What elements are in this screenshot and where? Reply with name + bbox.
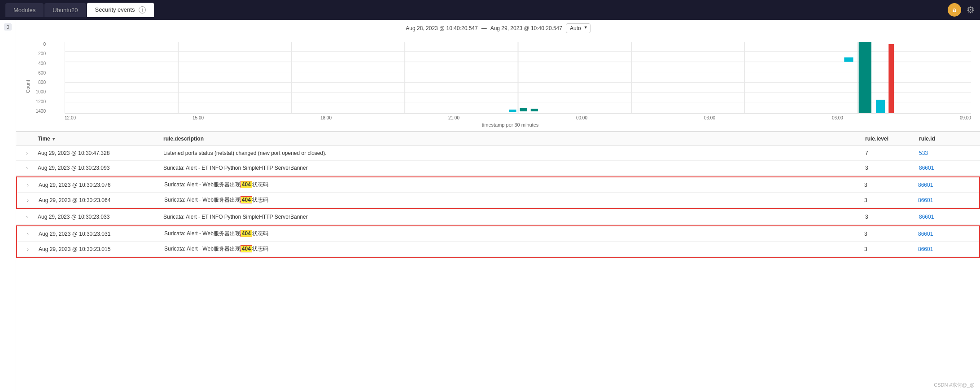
cell-time: Aug 29, 2023 @ 10:30:23.033 — [38, 214, 163, 220]
highlighted-group-1: › Aug 29, 2023 @ 10:30:23.076 Suricata: … — [16, 176, 980, 209]
cell-description: Suricata: Alert - ET INFO Python SimpleH… — [163, 214, 865, 220]
highlight-404: 404 — [241, 181, 252, 188]
settings-icon[interactable]: ⚙ — [967, 4, 975, 15]
cell-description: Suricata: Alert - ET INFO Python SimpleH… — [163, 165, 865, 171]
main-content: 0 Aug 28, 2023 @ 10:40:20.547 — Aug 29, … — [0, 20, 980, 392]
avatar[interactable]: a — [948, 3, 961, 17]
cell-rule-id[interactable]: 533 — [919, 150, 973, 156]
expand-button[interactable]: › — [23, 164, 31, 172]
x-axis-title: timestamp per 30 minutes — [32, 120, 971, 131]
th-id: rule.id — [919, 136, 973, 142]
y-axis-ticks: 1400 1200 1000 800 600 400 200 0 — [32, 42, 46, 114]
table-header: Time ▼ rule.description rule.level rule.… — [16, 131, 980, 146]
cell-time: Aug 29, 2023 @ 10:30:23.093 — [38, 165, 163, 171]
x-axis-labels: 12:00 15:00 18:00 21:00 00:00 03:00 06:0… — [65, 114, 971, 120]
expand-button[interactable]: › — [24, 197, 31, 204]
cell-level: 3 — [864, 197, 918, 203]
cell-description: Suricata: Alert - Web服务器出现404状态码 — [164, 245, 864, 253]
table-row: › Aug 29, 2023 @ 10:30:23.076 Suricata: … — [17, 177, 979, 193]
table-row: › Aug 29, 2023 @ 10:30:23.015 Suricata: … — [17, 242, 979, 257]
highlight-404: 404 — [241, 230, 252, 237]
watermark: CSDN #东何@_@ — [934, 382, 975, 388]
cell-rule-id[interactable]: 86601 — [918, 182, 972, 188]
cell-level: 3 — [865, 214, 919, 220]
expand-button[interactable]: › — [24, 181, 31, 189]
cell-level: 3 — [864, 231, 918, 237]
date-end: Aug 29, 2023 @ 10:40:20.547 — [490, 25, 562, 31]
chart-area — [65, 42, 971, 114]
svg-rect-19 — [876, 100, 885, 113]
cell-time: Aug 29, 2023 @ 10:30:23.031 — [39, 231, 164, 237]
table-container: Time ▼ rule.description rule.level rule.… — [16, 131, 980, 258]
tab-ubuntu20[interactable]: Ubuntu20 — [44, 3, 86, 17]
cell-rule-id[interactable]: 86601 — [918, 231, 972, 237]
chevron-down-icon: ▼ — [584, 25, 588, 30]
interval-select[interactable]: Auto ▼ — [566, 23, 591, 33]
cell-time: Aug 29, 2023 @ 10:30:47.328 — [38, 150, 163, 156]
expand-button[interactable]: › — [24, 246, 31, 253]
th-level: rule.level — [865, 136, 919, 142]
cell-level: 7 — [865, 150, 919, 156]
date-separator: — — [481, 25, 487, 31]
cell-description: Listened ports status (netstat) changed … — [163, 150, 865, 156]
cell-rule-id[interactable]: 86601 — [919, 214, 973, 220]
cell-description: Suricata: Alert - Web服务器出现404状态码 — [164, 196, 864, 204]
svg-rect-15 — [520, 108, 527, 111]
left-sidebar: 0 — [0, 20, 16, 392]
date-start: Aug 28, 2023 @ 10:40:20.547 — [406, 25, 477, 31]
cell-time: Aug 29, 2023 @ 10:30:23.064 — [39, 197, 164, 203]
top-navigation: Modules Ubuntu20 Security events i a ⚙ — [0, 0, 980, 20]
svg-rect-18 — [859, 42, 871, 113]
tab-modules[interactable]: Modules — [5, 3, 44, 17]
table-row: › Aug 29, 2023 @ 10:30:23.033 Suricata: … — [16, 210, 980, 225]
info-icon: i — [139, 6, 146, 13]
content-area: Aug 28, 2023 @ 10:40:20.547 — Aug 29, 20… — [16, 20, 980, 392]
expand-button[interactable]: › — [23, 213, 31, 220]
highlighted-group-2: › Aug 29, 2023 @ 10:30:23.031 Suricata: … — [16, 225, 980, 258]
cell-rule-id[interactable]: 86601 — [918, 246, 972, 252]
chart-container: Count 1400 1200 1000 800 600 400 200 0 — [16, 37, 980, 131]
chart-wrap: Count 1400 1200 1000 800 600 400 200 0 — [25, 42, 971, 131]
cell-rule-id[interactable]: 86601 — [919, 165, 973, 171]
y-axis-label: Count — [25, 80, 31, 93]
cell-rule-id[interactable]: 86601 — [918, 197, 972, 203]
cell-description: Suricata: Alert - Web服务器出现404状态码 — [164, 230, 864, 238]
table-row: › Aug 29, 2023 @ 10:30:47.328 Listened p… — [16, 146, 980, 161]
cell-description: Suricata: Alert - Web服务器出现404状态码 — [164, 181, 864, 189]
svg-rect-16 — [531, 109, 538, 111]
sidebar-count: 0 — [4, 23, 11, 31]
cell-time: Aug 29, 2023 @ 10:30:23.076 — [39, 182, 164, 188]
th-description: rule.description — [163, 136, 865, 142]
table-row: › Aug 29, 2023 @ 10:30:23.093 Suricata: … — [16, 161, 980, 176]
sort-desc-icon: ▼ — [52, 137, 56, 141]
tab-security-events[interactable]: Security events i — [87, 3, 154, 18]
th-expand — [23, 136, 38, 142]
cell-level: 3 — [865, 165, 919, 171]
highlight-404: 404 — [241, 196, 252, 203]
table-row: › Aug 29, 2023 @ 10:30:23.031 Suricata: … — [17, 226, 979, 242]
cell-time: Aug 29, 2023 @ 10:30:23.015 — [39, 246, 164, 252]
chart-inner: 1400 1200 1000 800 600 400 200 0 — [32, 42, 971, 131]
expand-button[interactable]: › — [23, 150, 31, 157]
date-range-bar: Aug 28, 2023 @ 10:40:20.547 — Aug 29, 20… — [16, 20, 980, 37]
svg-rect-17 — [844, 57, 853, 62]
svg-rect-20 — [888, 44, 894, 113]
cell-level: 3 — [864, 182, 918, 188]
highlight-404: 404 — [241, 245, 252, 252]
table-row: › Aug 29, 2023 @ 10:30:23.064 Suricata: … — [17, 193, 979, 208]
expand-button[interactable]: › — [24, 230, 31, 238]
th-time[interactable]: Time ▼ — [38, 136, 163, 142]
svg-rect-14 — [509, 110, 516, 112]
cell-level: 3 — [864, 246, 918, 252]
nav-right: a ⚙ — [948, 3, 975, 17]
